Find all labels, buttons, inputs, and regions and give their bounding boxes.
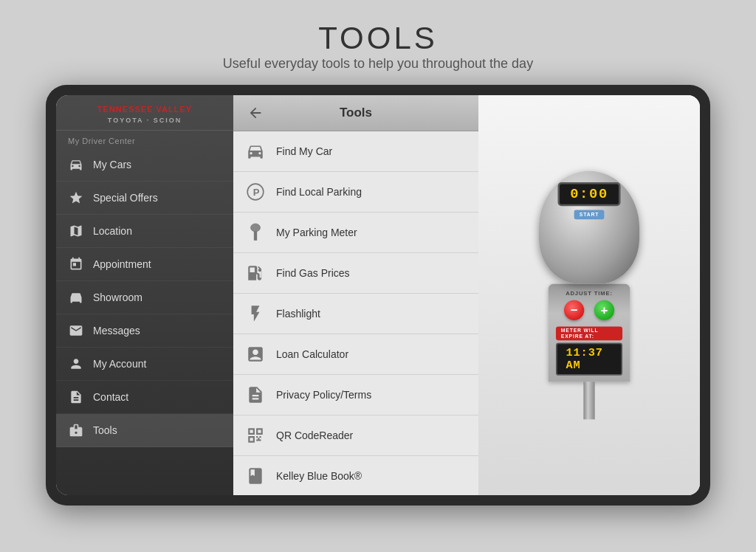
calendar-icon: [68, 256, 84, 272]
increase-time-button[interactable]: +: [594, 300, 614, 320]
logo-sub: TOYOTA · SCION: [108, 117, 182, 124]
tool-label-find-my-car: Find My Car: [276, 145, 332, 157]
adjust-buttons: − +: [564, 300, 614, 320]
sidebar-item-contact[interactable]: Contact: [56, 381, 233, 414]
meter-start-button[interactable]: START: [574, 210, 604, 219]
tool-item-privacy-policy[interactable]: Privacy Policy/Terms: [233, 375, 478, 415]
sidebar-label-my-account: My Account: [93, 358, 146, 370]
back-button[interactable]: [245, 103, 266, 123]
tablet-screen: TENNESSEE VALLEY TOYOTA · SCION My Drive…: [56, 95, 700, 495]
page-header: TOOLS Useful everyday tools to help you …: [208, 0, 548, 85]
sidebar-label-my-cars: My Cars: [93, 159, 131, 170]
expire-time: 11:37 AM: [566, 347, 603, 372]
tool-label-kelley-blue-book: Kelley Blue Book®: [276, 470, 362, 482]
map-icon: [68, 223, 84, 239]
sidebar-label-appointment: Appointment: [93, 258, 151, 270]
sidebar-item-messages[interactable]: Messages: [56, 314, 233, 348]
tools-list: Find My Car P Find Local Parking: [233, 131, 478, 495]
sidebar-item-location[interactable]: Location: [56, 215, 233, 248]
sidebar-label-contact: Contact: [93, 391, 128, 403]
tool-item-find-my-car[interactable]: Find My Car: [233, 131, 478, 172]
find-my-car-icon: [244, 139, 267, 163]
sidebar: TENNESSEE VALLEY TOYOTA · SCION My Drive…: [56, 95, 233, 495]
expire-label-wrap: METER WILL EXPIRE AT:: [556, 327, 622, 341]
page-title: TOOLS: [223, 21, 533, 56]
right-panel: 0:00 START ADJUST TIME: − + METER WILL E…: [478, 95, 700, 495]
find-local-parking-icon: P: [244, 180, 267, 204]
meter-head: 0:00 START: [539, 171, 639, 284]
adjust-time-label: ADJUST TIME:: [566, 290, 613, 297]
tool-label-qr-reader: QR CodeReader: [276, 429, 353, 441]
loan-calculator-icon: [244, 342, 267, 366]
car-icon: [68, 156, 84, 173]
parking-meter: 0:00 START ADJUST TIME: − + METER WILL E…: [539, 171, 639, 420]
sidebar-label-showroom: Showroom: [93, 291, 142, 303]
tools-icon: [68, 422, 84, 438]
contact-icon: [68, 389, 84, 405]
svg-point-4: [251, 224, 261, 232]
tool-label-loan-calculator: Loan Calculator: [276, 348, 348, 360]
sidebar-item-tools[interactable]: Tools: [56, 414, 233, 447]
sidebar-item-showroom[interactable]: Showroom: [56, 281, 233, 314]
flashlight-icon: [244, 302, 267, 325]
sidebar-label-tools: Tools: [93, 424, 117, 436]
sidebar-logo: TENNESSEE VALLEY TOYOTA · SCION: [56, 95, 233, 131]
tool-label-my-parking-meter: My Parking Meter: [276, 227, 357, 238]
showroom-icon: [68, 289, 84, 306]
decrease-time-button[interactable]: −: [564, 300, 584, 320]
kelley-blue-book-icon: [244, 464, 267, 488]
content-title: Tools: [275, 106, 437, 120]
tool-label-flashlight: Flashlight: [276, 308, 320, 320]
sidebar-section-title: My Driver Center: [56, 131, 233, 148]
content-header: Tools: [233, 95, 478, 131]
find-gas-prices-icon: [244, 261, 267, 285]
meter-pole: [583, 382, 594, 419]
tool-label-find-gas-prices: Find Gas Prices: [276, 267, 350, 279]
tool-item-flashlight[interactable]: Flashlight: [233, 294, 478, 334]
app-container: TENNESSEE VALLEY TOYOTA · SCION My Drive…: [56, 95, 700, 495]
logo-text: TENNESSEE VALLEY TOYOTA · SCION: [68, 104, 221, 125]
meter-display: 0:00: [558, 182, 621, 206]
account-icon: [68, 356, 84, 372]
tool-item-find-local-parking[interactable]: P Find Local Parking: [233, 172, 478, 213]
sidebar-label-special-offers: Special Offers: [93, 192, 158, 204]
tablet-frame: TENNESSEE VALLEY TOYOTA · SCION My Drive…: [46, 85, 710, 506]
expire-label: METER WILL EXPIRE AT:: [561, 328, 618, 339]
tool-item-my-parking-meter[interactable]: My Parking Meter: [233, 213, 478, 253]
main-content: Tools Find My Car P: [233, 95, 478, 495]
sidebar-item-appointment[interactable]: Appointment: [56, 248, 233, 281]
tool-label-privacy-policy: Privacy Policy/Terms: [276, 389, 371, 401]
meter-body: ADJUST TIME: − + METER WILL EXPIRE AT: 1…: [549, 284, 630, 382]
meter-time: 0:00: [570, 187, 608, 202]
svg-text:P: P: [253, 187, 260, 198]
sidebar-label-messages: Messages: [93, 325, 140, 337]
sidebar-item-my-account[interactable]: My Account: [56, 348, 233, 381]
qr-reader-icon: [244, 424, 267, 447]
page-subtitle: Useful everyday tools to help you throug…: [223, 56, 533, 72]
tool-item-kelley-blue-book[interactable]: Kelley Blue Book®: [233, 456, 478, 495]
sidebar-item-my-cars[interactable]: My Cars: [56, 148, 233, 182]
tool-item-qr-reader[interactable]: QR CodeReader: [233, 415, 478, 456]
tool-item-loan-calculator[interactable]: Loan Calculator: [233, 334, 478, 375]
sidebar-item-special-offers[interactable]: Special Offers: [56, 182, 233, 215]
tool-label-find-local-parking: Find Local Parking: [276, 186, 362, 198]
expire-time-display: 11:37 AM: [556, 343, 622, 376]
messages-icon: [68, 322, 84, 339]
my-parking-meter-icon: [244, 221, 267, 244]
tool-item-find-gas-prices[interactable]: Find Gas Prices: [233, 253, 478, 294]
privacy-policy-icon: [244, 383, 267, 407]
sidebar-label-location: Location: [93, 225, 132, 237]
star-icon: [68, 190, 84, 206]
